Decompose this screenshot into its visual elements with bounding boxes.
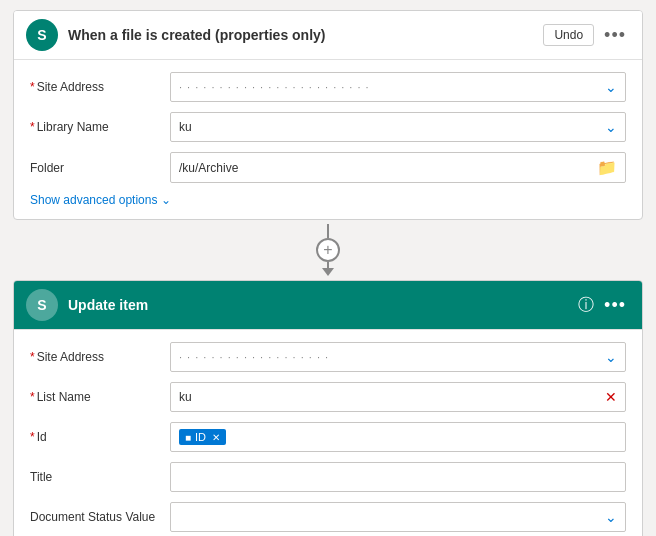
id-field[interactable]: ■ ID ✕ xyxy=(170,422,626,452)
site-address-row: *Site Address · · · · · · · · · · · · · … xyxy=(30,72,626,102)
undo-button[interactable]: Undo xyxy=(543,24,594,46)
library-name-label: *Library Name xyxy=(30,120,170,134)
action-more-options-button[interactable]: ••• xyxy=(600,295,630,316)
id-token-label: ID xyxy=(195,431,206,443)
help-button[interactable]: ⓘ xyxy=(578,295,594,316)
action-card: S Update item ⓘ ••• *Site Address · · · … xyxy=(13,280,643,536)
doc-status-row: Document Status Value ⌄ xyxy=(30,502,626,532)
trigger-card-header: S When a file is created (properties onl… xyxy=(14,11,642,60)
show-advanced-button[interactable]: Show advanced options ⌄ xyxy=(30,193,171,207)
title-field[interactable] xyxy=(170,462,626,492)
list-name-value: ku xyxy=(179,390,605,404)
action-site-address-label: *Site Address xyxy=(30,350,170,364)
list-name-label: *List Name xyxy=(30,390,170,404)
action-site-address-field[interactable]: · · · · · · · · · · · · · · · · · · · ⌄ xyxy=(170,342,626,372)
action-site-dropdown-icon: ⌄ xyxy=(605,349,617,365)
connector-arrow xyxy=(322,268,334,276)
folder-field[interactable]: /ku/Archive 📁 xyxy=(170,152,626,183)
library-name-row: *Library Name ku ⌄ xyxy=(30,112,626,142)
action-site-address-value: · · · · · · · · · · · · · · · · · · · xyxy=(179,351,605,363)
library-name-field[interactable]: ku ⌄ xyxy=(170,112,626,142)
site-address-label: *Site Address xyxy=(30,80,170,94)
required-star-1: * xyxy=(30,80,35,94)
folder-icon: 📁 xyxy=(597,158,617,177)
site-address-value: · · · · · · · · · · · · · · · · · · · · … xyxy=(179,81,605,93)
trigger-more-options-button[interactable]: ••• xyxy=(600,25,630,46)
chevron-down-icon: ⌄ xyxy=(161,193,171,207)
connector-line-top xyxy=(327,224,329,238)
list-name-row: *List Name ku ✕ xyxy=(30,382,626,412)
list-name-field[interactable]: ku ✕ xyxy=(170,382,626,412)
id-token-icon: ■ xyxy=(185,432,191,443)
folder-label: Folder xyxy=(30,161,170,175)
library-name-value: ku xyxy=(179,120,605,134)
action-card-header: S Update item ⓘ ••• xyxy=(14,281,642,330)
action-card-body: *Site Address · · · · · · · · · · · · · … xyxy=(14,330,642,536)
folder-row: Folder /ku/Archive 📁 xyxy=(30,152,626,183)
action-card-title: Update item xyxy=(68,297,578,313)
connector-plus-circle[interactable]: + xyxy=(316,238,340,262)
page-container: S When a file is created (properties onl… xyxy=(0,0,656,536)
show-advanced-label: Show advanced options xyxy=(30,193,157,207)
title-row: Title xyxy=(30,462,626,492)
plus-icon: + xyxy=(323,241,332,259)
id-row: *Id ■ ID ✕ xyxy=(30,422,626,452)
doc-status-dropdown-icon: ⌄ xyxy=(605,509,617,525)
doc-status-label: Document Status Value xyxy=(30,510,170,524)
id-label: *Id xyxy=(30,430,170,444)
doc-status-field[interactable]: ⌄ xyxy=(170,502,626,532)
required-star-2: * xyxy=(30,120,35,134)
title-label: Title xyxy=(30,470,170,484)
trigger-card-body: *Site Address · · · · · · · · · · · · · … xyxy=(14,60,642,219)
action-site-address-row: *Site Address · · · · · · · · · · · · · … xyxy=(30,342,626,372)
required-star-5: * xyxy=(30,430,35,444)
folder-value: /ku/Archive xyxy=(179,161,597,175)
site-address-dropdown-icon: ⌄ xyxy=(605,79,617,95)
id-token: ■ ID ✕ xyxy=(179,429,226,445)
trigger-card: S When a file is created (properties onl… xyxy=(13,10,643,220)
site-address-field[interactable]: · · · · · · · · · · · · · · · · · · · · … xyxy=(170,72,626,102)
trigger-card-icon: S xyxy=(26,19,58,51)
list-name-clear-button[interactable]: ✕ xyxy=(605,389,617,405)
library-name-dropdown-icon: ⌄ xyxy=(605,119,617,135)
connector: + xyxy=(316,224,340,276)
id-token-close[interactable]: ✕ xyxy=(212,432,220,443)
action-card-icon: S xyxy=(26,289,58,321)
required-star-3: * xyxy=(30,350,35,364)
required-star-4: * xyxy=(30,390,35,404)
trigger-card-title: When a file is created (properties only) xyxy=(68,27,543,43)
